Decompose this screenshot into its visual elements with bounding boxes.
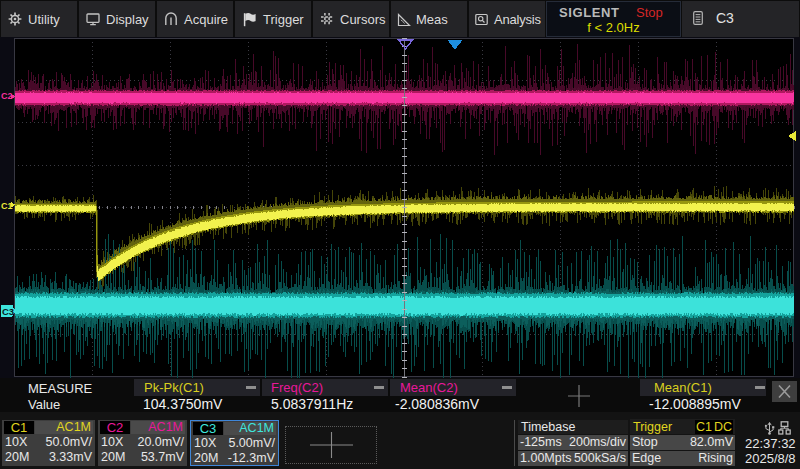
svg-text:C1: C1	[1, 201, 13, 211]
svg-text:C3: C3	[2, 306, 14, 317]
svg-text:C2: C2	[1, 91, 13, 101]
